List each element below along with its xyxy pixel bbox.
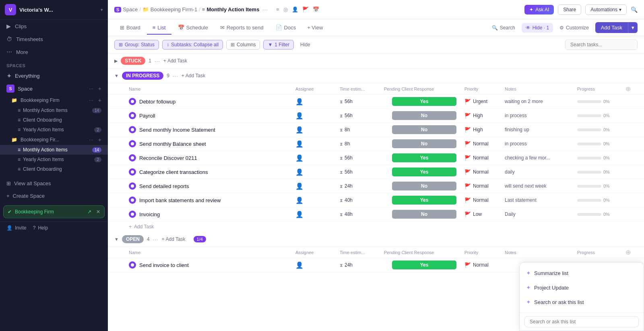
folder-plus[interactable]: + (98, 97, 101, 103)
table-row[interactable]: Reconcile Discover 0211 👤 ⧗ 56h Yes 🚩 No… (108, 151, 644, 165)
task-status-circle[interactable] (129, 168, 136, 176)
list-monthly-1[interactable]: ≡ Monthly Action Items 14 (0, 106, 108, 115)
topbar-icon-user[interactable]: 👤 (292, 6, 298, 12)
search-button[interactable]: 🔍 Search (489, 23, 518, 32)
table-row[interactable]: Categorize client transactions 👤 ⧗ 56h Y… (108, 165, 644, 179)
task-status-circle[interactable] (129, 261, 136, 269)
tab-reports[interactable]: ✉ Reports to send (215, 21, 269, 35)
stuck-toggle[interactable]: ▶ (114, 58, 118, 64)
view-all-spaces[interactable]: ⊞ View all Spaces (0, 177, 108, 190)
space-plus[interactable]: + (98, 85, 101, 92)
table-row[interactable]: Send monthly Income Statement 👤 ⧗ 8h No … (108, 123, 644, 137)
ai-search-ask-item[interactable]: ✦ Search or ask this list (520, 295, 644, 309)
tab-schedule[interactable]: 📅 Schedule (172, 21, 214, 35)
topbar-icon-circle[interactable]: ◎ (283, 6, 288, 12)
tab-add-view[interactable]: + View (304, 21, 326, 34)
table-row[interactable]: Send monthly Balance sheet 👤 ⧗ 8h No 🚩 N… (108, 137, 644, 151)
time-value: 40h (345, 197, 353, 203)
list-yearly-1[interactable]: ≡ Yearly Action Items 2 (0, 125, 108, 134)
folder-plus[interactable]: + (98, 137, 101, 143)
tab-board[interactable]: ⊞ Board (114, 21, 146, 35)
customize-button[interactable]: ⚙ Customize (556, 23, 592, 32)
sidebar-item-clips[interactable]: ▶ Clips (0, 20, 108, 33)
folder-dots[interactable]: ··· (89, 97, 93, 103)
list-client-onboarding-1[interactable]: ≡ Client Onboarding (0, 115, 108, 125)
task-status-circle[interactable] (129, 98, 136, 105)
task-status-circle[interactable] (129, 154, 136, 161)
columns-chip[interactable]: ⊞ Columns (226, 40, 260, 50)
open-add-task[interactable]: + Add Task (161, 236, 185, 242)
task-status-circle[interactable] (129, 197, 136, 204)
ai-summarize-item[interactable]: ✦ Summarize list (520, 266, 644, 280)
create-space[interactable]: + Create Space (0, 190, 108, 202)
tab-docs[interactable]: 📄 Docs (270, 21, 302, 35)
topbar-icon-flag[interactable]: 🚩 (302, 6, 309, 12)
space-dots[interactable]: ··· (89, 86, 93, 91)
list-monthly-2-active[interactable]: ≡ Monthly Action Items 14 (0, 145, 108, 155)
subtasks-chip[interactable]: ↕ Subtasks: Collapse all (162, 40, 223, 50)
assignee-icon: 👤 (295, 182, 303, 190)
list-label: Monthly Action Items (23, 147, 68, 153)
ask-ai-button[interactable]: ✦ Ask AI (524, 5, 554, 14)
add-task-text: Add Task (134, 224, 154, 230)
group-status-chip[interactable]: ⊞ Group: Status (114, 40, 159, 50)
add-task-split-button[interactable]: ▾ (628, 22, 638, 33)
folder-bookkeeping-2[interactable]: 📁 Bookkeeping Fir... ··· + (0, 134, 108, 145)
assignee-cell: 👤 (295, 112, 340, 120)
priority-cell: 🚩 Normal (464, 262, 505, 268)
open-dots[interactable]: ··· (153, 236, 159, 242)
breadcrumb-dots[interactable]: ··· (262, 6, 268, 12)
table-row[interactable]: Invoicing 👤 ⧗ 48h No 🚩 Low Daily 0% (108, 207, 644, 221)
help-button[interactable]: ? Help (33, 225, 48, 231)
task-name: Send monthly Income Statement (139, 127, 215, 133)
topbar-icon-list[interactable]: ≡ (276, 6, 279, 12)
hide-toolbar-button[interactable]: Hide (300, 42, 310, 48)
pending-cell: No (384, 182, 464, 190)
ai-project-update-item[interactable]: ✦ Project Update (520, 280, 644, 295)
ai-search-input[interactable] (524, 316, 639, 327)
table-row[interactable]: Debtor followup 👤 ⧗ 56h Yes 🚩 Urgent wai… (108, 95, 644, 109)
add-column-button[interactable]: ⊕ (625, 85, 638, 93)
filter-chip[interactable]: ▼ 1 Filter (263, 40, 294, 50)
folder-bookkeeping-1[interactable]: 📁 Bookkeeping Firm ··· + (0, 95, 108, 106)
task-status-circle[interactable] (129, 126, 136, 133)
inprogress-dots[interactable]: ··· (173, 73, 178, 79)
sidebar-item-space[interactable]: S Space ··· + (0, 82, 108, 95)
breadcrumb-space[interactable]: Space (123, 6, 138, 12)
task-status-circle[interactable] (129, 140, 136, 147)
topbar-icon-calendar[interactable]: 📅 (313, 6, 319, 12)
breadcrumb-folder[interactable]: Bookkeeping Firm-1 (151, 6, 197, 12)
folder-dots[interactable]: ··· (89, 137, 93, 143)
sidebar-item-everything[interactable]: ✦ Everything (0, 70, 108, 82)
table-row[interactable]: Send detailed reports 👤 ⧗ 24h No 🚩 Norma… (108, 179, 644, 193)
notes-cell: in process (505, 113, 573, 118)
stuck-add-task[interactable]: + Add Task (163, 58, 187, 64)
inprogress-add-task-row[interactable]: + Add Task (108, 221, 644, 232)
open-toggle[interactable]: ▼ (114, 237, 119, 242)
list-client-onboarding-2[interactable]: ≡ Client Onboarding (0, 164, 108, 174)
add-task-button[interactable]: Add Task (595, 22, 628, 33)
stuck-dots[interactable]: ··· (155, 58, 160, 64)
invite-button[interactable]: 👤 Invite (6, 225, 27, 231)
workspace-header[interactable]: V Victoria's W... ▾ (0, 0, 108, 20)
tab-list[interactable]: ≡ List (147, 21, 171, 35)
time-cell: ⧗ 56h (340, 169, 384, 175)
arrow-icon[interactable]: ↗ (87, 209, 91, 215)
task-status-circle[interactable] (129, 112, 136, 119)
inprogress-toggle[interactable]: ▼ (114, 73, 119, 78)
automations-button[interactable]: Automations ▾ (585, 4, 627, 15)
inprogress-add-task[interactable]: + Add Task (182, 73, 205, 79)
task-status-circle[interactable] (129, 211, 136, 218)
search-tasks-input[interactable] (565, 39, 638, 50)
list-yearly-2[interactable]: ≡ Yearly Action Items 2 (0, 155, 108, 164)
sidebar-item-more[interactable]: ⋯ More (0, 46, 108, 58)
task-status-circle[interactable] (129, 182, 136, 190)
search-topbar-icon[interactable]: 🔍 (631, 6, 638, 13)
share-button[interactable]: Share (558, 4, 581, 15)
table-row[interactable]: Payroll 👤 ⧗ 56h No 🚩 High in process (108, 109, 644, 123)
table-row[interactable]: Import bank statements and review 👤 ⧗ 40… (108, 193, 644, 207)
close-icon[interactable]: ✕ (96, 209, 100, 215)
open-add-column-button[interactable]: ⊕ (625, 248, 638, 256)
hide-button[interactable]: 👁 Hide · 1 (522, 23, 553, 33)
sidebar-item-timesheets[interactable]: ⏱ Timesheets (0, 33, 108, 46)
